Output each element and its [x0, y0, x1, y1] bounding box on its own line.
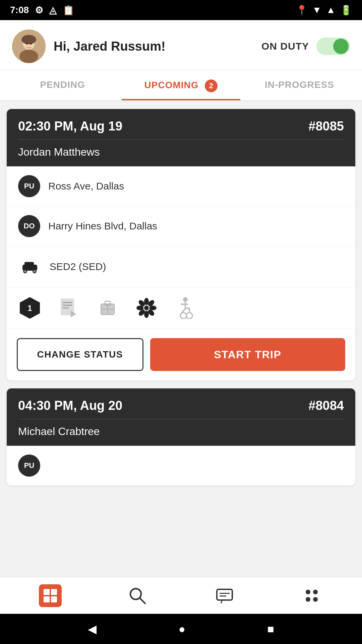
dropoff-icon: DO — [18, 215, 40, 237]
svg-rect-45 — [44, 596, 50, 602]
trip-card-1: 02:30 PM, Aug 19 #8085 Jordan Matthews P… — [7, 109, 355, 380]
location-icon: 📍 — [296, 5, 308, 16]
search-icon — [128, 587, 146, 605]
vehicle-type: SED2 (SED) — [50, 261, 106, 272]
trip-header-row-2: 04:30 PM, Aug 20 #8084 — [18, 398, 344, 413]
dropoff-address: Harry Hines Blvd, Dallas — [48, 220, 157, 232]
nav-search[interactable] — [122, 581, 153, 611]
trip-2-body: PU — [7, 446, 355, 485]
tab-upcoming[interactable]: UPCOMING 2 — [122, 70, 240, 100]
svg-rect-44 — [51, 589, 57, 595]
trips-icon — [39, 584, 62, 607]
svg-line-48 — [140, 598, 145, 603]
messages-icon — [216, 587, 234, 605]
pickup-icon: PU — [18, 175, 40, 197]
tab-pending[interactable]: PENDING — [3, 70, 122, 100]
apps-icon — [303, 587, 321, 605]
nav-apps[interactable] — [297, 581, 327, 611]
tabs-bar: PENDING UPCOMING 2 IN-PROGRESS — [0, 70, 362, 101]
trip-1-body: PU Ross Ave, Dallas DO Harry Hines Blvd,… — [7, 166, 355, 380]
trip-2-datetime: 04:30 PM, Aug 20 — [18, 398, 122, 413]
pickup-row: PU Ross Ave, Dallas — [7, 166, 355, 206]
android-nav-bar: ◀ ● ■ — [0, 614, 362, 644]
vehicle-row: SED2 (SED) — [7, 246, 355, 287]
clipboard-icon: 📋 — [63, 5, 74, 16]
battery-icon: 🔋 — [340, 5, 352, 16]
avatar-image — [12, 30, 46, 63]
tab-pending-label: PENDING — [40, 79, 85, 90]
dropoff-label: DO — [24, 222, 35, 230]
header: Hi, Jared Russum! ON DUTY — [0, 20, 362, 70]
wheelchair-icon — [174, 296, 197, 320]
settings-icon: ⚙ — [35, 5, 43, 16]
status-bar: 7:08 ⚙ ◬ 📋 📍 ▼ ▲ 🔋 — [0, 0, 362, 20]
svg-point-34 — [144, 306, 149, 310]
tab-upcoming-label: UPCOMING — [144, 80, 199, 90]
trip-2-divider — [18, 419, 344, 419]
tab-inprogress[interactable]: IN-PROGRESS — [240, 70, 359, 100]
content-area: 02:30 PM, Aug 19 #8085 Jordan Matthews P… — [0, 101, 362, 577]
trip-1-datetime: 02:30 PM, Aug 19 — [18, 119, 122, 133]
trip-2-pickup-icon: PU — [18, 454, 40, 477]
luggage-icon — [96, 296, 119, 320]
svg-text:1: 1 — [27, 304, 32, 313]
recent-button[interactable]: ■ — [267, 623, 274, 636]
trip-1-divider — [18, 140, 344, 140]
pickup-address: Ross Ave, Dallas — [48, 180, 124, 192]
trip-2-passenger: Michael Crabtree — [18, 425, 100, 437]
svg-point-10 — [24, 270, 26, 272]
nav-trips[interactable] — [35, 581, 65, 611]
trip-2-pickup-row: PU — [7, 446, 355, 485]
svg-point-5 — [26, 43, 28, 45]
nav-messages[interactable] — [209, 581, 240, 611]
special-icon — [135, 296, 158, 320]
svg-point-6 — [30, 43, 32, 45]
svg-rect-43 — [44, 589, 50, 595]
feature-icons-row: 1 — [7, 287, 355, 329]
signal-icon: ▲ — [326, 5, 336, 15]
bottom-nav — [0, 577, 362, 614]
svg-point-2 — [19, 50, 38, 63]
duty-toggle[interactable] — [316, 38, 350, 55]
car-icon — [18, 255, 42, 278]
avatar — [12, 30, 46, 63]
start-trip-button[interactable]: START TRIP — [150, 338, 345, 371]
svg-point-55 — [306, 597, 310, 602]
notes-icon — [57, 296, 80, 320]
toggle-knob — [333, 39, 349, 54]
home-button[interactable]: ● — [178, 623, 185, 636]
svg-point-53 — [306, 590, 310, 594]
time-display: 7:08 — [10, 5, 29, 15]
svg-rect-46 — [51, 596, 57, 602]
wifi-icon: ▼ — [312, 5, 322, 15]
tab-inprogress-label: IN-PROGRESS — [265, 79, 334, 90]
svg-point-56 — [313, 597, 318, 602]
status-bar-left: 7:08 ⚙ ◬ 📋 — [10, 5, 74, 16]
svg-point-35 — [183, 297, 188, 302]
upcoming-badge: 2 — [205, 79, 218, 92]
svg-point-4 — [21, 35, 36, 44]
duty-status: ON DUTY — [261, 38, 350, 55]
trip-header-row-1: 02:30 PM, Aug 19 #8085 — [18, 119, 344, 133]
trip-card-2-header: 04:30 PM, Aug 20 #8084 Michael Crabtree — [7, 388, 355, 446]
svg-point-40 — [186, 313, 192, 319]
trip-2-id: #8084 — [308, 398, 344, 413]
svg-point-12 — [34, 270, 36, 272]
greeting-text: Hi, Jared Russum! — [54, 39, 166, 54]
svg-point-54 — [313, 590, 318, 594]
duty-label: ON DUTY — [261, 41, 309, 52]
trip-1-passenger: Jordan Matthews — [18, 146, 100, 158]
action-buttons: CHANGE STATUS START TRIP — [7, 329, 355, 380]
change-status-button[interactable]: CHANGE STATUS — [17, 338, 143, 371]
priority-icon: 1 — [18, 296, 42, 320]
trip-1-id: #8085 — [308, 119, 344, 133]
pickup-label: PU — [24, 182, 35, 191]
dropoff-row: DO Harry Hines Blvd, Dallas — [7, 206, 355, 246]
navigation-icon: ◬ — [49, 5, 57, 16]
svg-rect-8 — [24, 262, 34, 267]
svg-point-39 — [180, 313, 186, 319]
status-bar-right: 📍 ▼ ▲ 🔋 — [296, 5, 352, 16]
trip-card-2: 04:30 PM, Aug 20 #8084 Michael Crabtree … — [7, 388, 355, 485]
header-left: Hi, Jared Russum! — [12, 30, 166, 63]
back-button[interactable]: ◀ — [88, 622, 97, 636]
